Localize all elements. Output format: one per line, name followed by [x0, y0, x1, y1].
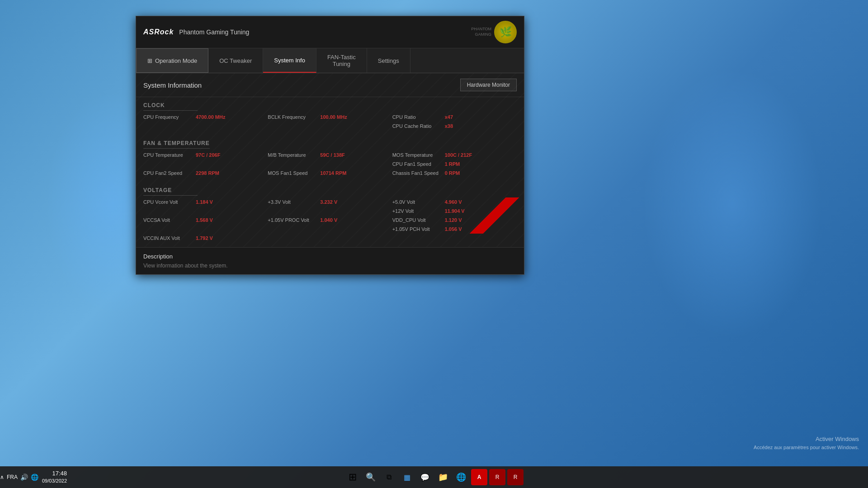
mb-temp-item: M/B Temperature 59C / 138F [268, 151, 392, 159]
voltage-section: VOLTAGE CPU Vcore Volt 1.184 V +3.3V Vol… [136, 182, 524, 247]
taskbar-right: ∧ FRA 🔊 🌐 17:48 09/03/2022 [0, 469, 71, 485]
v33-value: 3.232 V [320, 199, 337, 205]
cpu-ratio-item: CPU Ratio x47 [392, 113, 517, 121]
activate-windows-watermark: Activer Windows Accédez aux paramètres p… [754, 435, 859, 452]
fan-temp-row-2: CPU Fan2 Speed 2298 RPM MOS Fan1 Speed 1… [143, 169, 517, 177]
app-window: ASRock Phantom Gaming Tuning PHANTOM GAM… [136, 16, 524, 275]
voltage-row-2b: +1.05V PCH Volt 1.056 V [143, 225, 517, 233]
mos-fan1-item: MOS Fan1 Speed 10714 RPM [268, 169, 392, 177]
v33-label: +3.3V Volt [268, 199, 317, 205]
tab-settings[interactable]: Settings [367, 48, 410, 73]
cpu-vcore-item: CPU Vcore Volt 1.184 V [143, 198, 268, 206]
phantom-gaming-logo: PHANTOM GAMING 🌿 [471, 21, 517, 43]
bclk-frequency-item: BCLK Frequency 100.00 MHz [268, 113, 392, 121]
cpu-fan2-value: 2298 RPM [196, 170, 219, 176]
asrock-logo: ASRock [143, 28, 174, 36]
cpu-fan1-item: CPU Fan1 Speed 1 RPM [392, 160, 517, 168]
cpu-temp-item: CPU Temperature 97C / 206F [143, 151, 268, 159]
bg-decoration-right [642, 68, 823, 339]
placeholder-1 [143, 122, 268, 130]
vddcpu-value: 1.120 V [445, 217, 462, 223]
widgets-icon[interactable]: ▦ [399, 469, 415, 485]
bclk-frequency-value: 100.00 MHz [320, 114, 347, 120]
voltage-label: VOLTAGE [143, 187, 198, 196]
clock-row-2: CPU Cache Ratio x38 [143, 122, 517, 130]
vccsa-value: 1.568 V [196, 217, 213, 223]
voltage-row-1: CPU Vcore Volt 1.184 V +3.3V Volt 3.232 … [143, 198, 517, 206]
cpu-vcore-label: CPU Vcore Volt [143, 199, 193, 205]
cpu-frequency-value: 4700.00 MHz [196, 114, 225, 120]
vccsa-item: VCCSA Volt 1.568 V [143, 216, 268, 224]
vccin-aux-item: VCCIN AUX Volt 1.792 V [143, 235, 268, 242]
v50-item: +5.0V Volt 4.960 V [392, 198, 517, 206]
tab-oc-tweaker[interactable]: OC Tweaker [208, 48, 263, 73]
taskbar-clock[interactable]: 17:48 09/03/2022 [42, 469, 67, 485]
cpu-ratio-label: CPU Ratio [392, 114, 442, 120]
tab-system-info[interactable]: System Info [263, 48, 316, 73]
chat-icon[interactable]: 💬 [417, 469, 433, 485]
vccin-aux-value: 1.792 V [196, 235, 213, 241]
hardware-monitor-button[interactable]: Hardware Monitor [460, 79, 517, 91]
v105proc-value: 1.040 V [320, 217, 337, 223]
fan-temp-section: FAN & TEMPERATURE CPU Temperature 97C / … [136, 135, 524, 182]
v50-label: +5.0V Volt [392, 199, 442, 205]
chassis-fan1-value: 0 RPM [445, 170, 460, 176]
title-bar: ASRock Phantom Gaming Tuning PHANTOM GAM… [136, 16, 524, 48]
edge-browser-icon[interactable]: 🌐 [453, 469, 469, 485]
tray-expand-icon[interactable]: ∧ [0, 474, 4, 480]
phantom-gaming-icon: 🌿 [494, 21, 517, 43]
mos-temp-label: MOS Temperature [392, 152, 442, 158]
mos-temp-value: 100C / 212F [445, 152, 472, 158]
taskbar: ⊞ 🔍 ⧉ ▦ 💬 📁 🌐 A R R ∧ FRA 🔊 🌐 [0, 466, 868, 488]
mos-temp-item: MOS Temperature 100C / 212F [392, 151, 517, 159]
app-icon-2[interactable]: R [489, 469, 505, 485]
cpu-fan2-item: CPU Fan2 Speed 2298 RPM [143, 169, 268, 177]
clock-label: CLOCK [143, 102, 198, 111]
placeholder-7 [143, 225, 268, 233]
nav-tabs: ⊞ Operation Mode OC Tweaker System Info … [136, 48, 524, 73]
v33-item: +3.3V Volt 3.232 V [268, 198, 392, 206]
placeholder-6 [268, 207, 392, 215]
vddcpu-item: VDD_CPU Volt 1.120 V [392, 216, 517, 224]
v12-value: 11.904 V [445, 208, 465, 214]
description-text: View information about the system. [143, 263, 517, 269]
cpu-temp-value: 97C / 206F [196, 152, 220, 158]
cpu-cache-ratio-label: CPU Cache Ratio [392, 123, 442, 129]
start-button[interactable]: ⊞ [344, 469, 361, 485]
placeholder-3 [143, 160, 268, 168]
phantom-gaming-text: PHANTOM GAMING [471, 27, 491, 37]
cpu-fan1-value: 1 RPM [445, 161, 460, 167]
app-title: Phantom Gaming Tuning [179, 28, 249, 36]
vccsa-label: VCCSA Volt [143, 217, 193, 223]
voltage-row-2: VCCSA Volt 1.568 V +1.05V PROC Volt 1.04… [143, 216, 517, 224]
system-tray: ∧ FRA 🔊 🌐 [0, 474, 38, 481]
content-area: System Information Hardware Monitor CLOC… [136, 73, 524, 247]
mos-fan1-label: MOS Fan1 Speed [268, 170, 317, 176]
cpu-ratio-value: x47 [445, 114, 453, 120]
speaker-icon[interactable]: 🔊 [20, 474, 28, 481]
cpu-frequency-item: CPU Frequency 4700.00 MHz [143, 113, 268, 121]
network-icon[interactable]: 🌐 [31, 474, 38, 481]
v12-item: +12V Volt 11.904 V [392, 207, 517, 215]
cpu-fan2-label: CPU Fan2 Speed [143, 170, 193, 176]
description-title: Description [143, 253, 517, 260]
system-info-header: System Information Hardware Monitor [136, 73, 524, 97]
mb-temp-value: 59C / 138F [320, 152, 344, 158]
app-icon-3[interactable]: R [507, 469, 524, 485]
search-taskbar-icon[interactable]: 🔍 [363, 469, 379, 485]
v50-value: 4.960 V [445, 199, 462, 205]
title-bar-left: ASRock Phantom Gaming Tuning [143, 28, 249, 36]
v105pch-value: 1.056 V [445, 226, 462, 232]
placeholder-2 [268, 122, 392, 130]
app-icon-1[interactable]: A [471, 469, 487, 485]
fan-temp-row-1: CPU Temperature 97C / 206F M/B Temperatu… [143, 151, 517, 159]
tab-fan-tastic-tuning[interactable]: FAN-Tastic Tuning [316, 48, 367, 73]
v12-label: +12V Volt [392, 208, 442, 214]
task-view-icon[interactable]: ⧉ [381, 469, 397, 485]
bclk-frequency-label: BCLK Frequency [268, 114, 317, 120]
placeholder-4 [268, 160, 392, 168]
v105proc-label: +1.05V PROC Volt [268, 217, 317, 223]
vccin-aux-label: VCCIN AUX Volt [143, 235, 193, 241]
tab-operation-mode[interactable]: ⊞ Operation Mode [136, 48, 208, 73]
file-explorer-icon[interactable]: 📁 [435, 469, 451, 485]
